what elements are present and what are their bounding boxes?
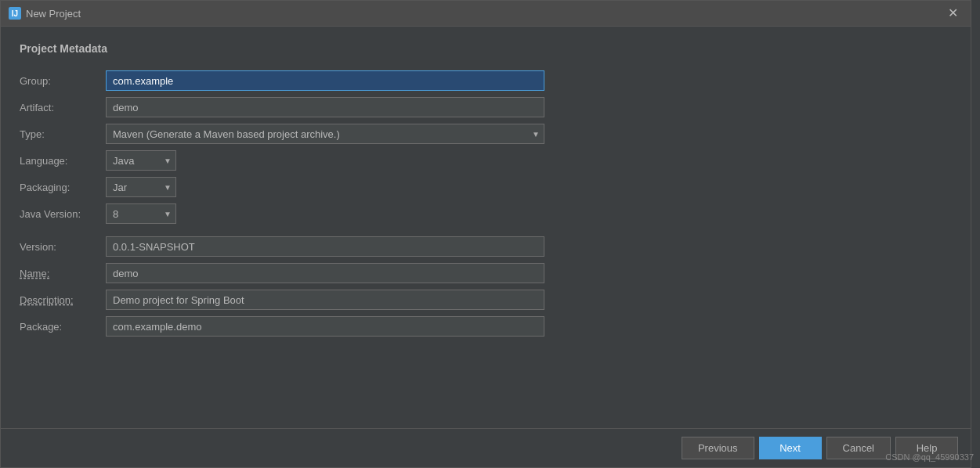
name-field (106, 260, 952, 286)
description-label: Description: (20, 289, 106, 311)
dialog-title: New Project (26, 8, 81, 20)
type-select-wrapper: Maven (Generate a Maven based project ar… (106, 124, 544, 144)
packaging-field: Jar War ▼ (106, 174, 952, 200)
spacer (20, 227, 952, 233)
artifact-field (106, 94, 952, 121)
language-select-wrapper: Java Kotlin Groovy ▼ (106, 150, 176, 171)
packaging-label: Packaging: (20, 176, 106, 199)
dialog-backdrop: IJ New Project ✕ Project Metadata Group:… (0, 0, 980, 468)
java-version-label: Java Version: (20, 203, 106, 225)
close-button[interactable]: ✕ (943, 5, 963, 21)
intellij-icon: IJ (9, 7, 21, 20)
type-label: Type: (20, 123, 106, 146)
watermark-text: CSDN @qq_45990337 (885, 452, 974, 462)
packaging-select-wrapper: Jar War ▼ (106, 177, 176, 197)
section-title: Project Metadata (20, 42, 952, 55)
language-label: Language: (20, 149, 106, 172)
java-version-select[interactable]: 8 11 17 21 (106, 203, 176, 224)
description-input[interactable] (106, 290, 544, 310)
name-label: Name: (20, 262, 106, 285)
package-field (106, 313, 952, 340)
next-button[interactable]: Next (759, 437, 822, 459)
version-input[interactable] (106, 236, 544, 257)
package-label: Package: (20, 315, 106, 338)
language-field: Java Kotlin Groovy ▼ (106, 147, 952, 174)
artifact-label: Artifact: (20, 96, 106, 119)
form-grid: Group: Artifact: Type: Maven (Generate a… (20, 67, 952, 340)
java-version-select-wrapper: 8 11 17 21 ▼ (106, 203, 176, 224)
packaging-select[interactable]: Jar War (106, 177, 176, 197)
artifact-input[interactable] (106, 97, 544, 117)
group-label: Group: (20, 70, 106, 92)
name-input[interactable] (106, 263, 544, 283)
group-field (106, 67, 952, 94)
dialog-content: Project Metadata Group: Artifact: Type: (1, 27, 971, 428)
java-version-field: 8 11 17 21 ▼ (106, 200, 952, 227)
language-select[interactable]: Java Kotlin Groovy (106, 150, 176, 171)
dialog-title-left: IJ New Project (9, 7, 81, 20)
cancel-button[interactable]: Cancel (826, 437, 891, 459)
type-select[interactable]: Maven (Generate a Maven based project ar… (106, 124, 544, 144)
group-input[interactable] (106, 70, 544, 91)
package-input[interactable] (106, 316, 544, 337)
version-label: Version: (20, 236, 106, 258)
description-field (106, 286, 952, 313)
dialog-titlebar: IJ New Project ✕ (1, 1, 971, 27)
version-field (106, 233, 952, 260)
new-project-dialog: IJ New Project ✕ Project Metadata Group:… (0, 0, 971, 468)
previous-button[interactable]: Previous (682, 437, 754, 459)
dialog-footer: Previous Next Cancel Help (1, 428, 971, 467)
type-field: Maven (Generate a Maven based project ar… (106, 121, 952, 147)
